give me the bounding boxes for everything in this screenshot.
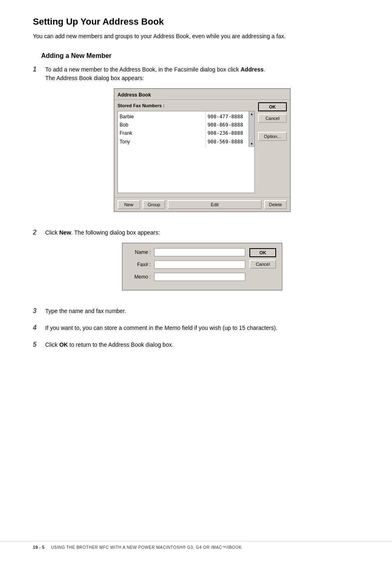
addr-name-tony: Tony [120, 138, 130, 146]
address-book-dialog: Address Book Stored Fax Numbers : Barbie [114, 88, 291, 212]
new-cancel-button[interactable]: Cancel [249, 260, 276, 269]
step-num-2: 2 [33, 229, 45, 236]
dialog-subtitle: Stored Fax Numbers : [118, 102, 255, 109]
step-5-text-after: to return to the Address Book dialog box… [68, 341, 173, 348]
step-3-text: Type the name and fax number. [45, 308, 126, 314]
address-book-dialog-wrapper: Address Book Stored Fax Numbers : Barbie [45, 88, 359, 212]
step-3-content: Type the name and fax number. [45, 307, 359, 316]
step-num-4: 4 [33, 324, 45, 332]
step-num-1: 1 [33, 66, 45, 73]
edit-button[interactable]: Edit [168, 200, 262, 209]
group-button[interactable]: Group [143, 200, 165, 209]
address-list[interactable]: Barbie Bob Frank [118, 111, 255, 193]
footer-page-number: 19 - 5 [33, 545, 44, 550]
new-dialog-fields: Name : Fax# : Memo : [128, 248, 245, 285]
new-button[interactable]: New [118, 200, 140, 209]
fax-row: Fax# : [128, 260, 245, 269]
step-5-text-before: Click [45, 341, 59, 348]
table-row: Barbie [120, 113, 204, 121]
new-member-dialog-wrapper: Name : Fax# : Memo : OK [45, 243, 359, 290]
addr-num-barbie: 908-477-8888 [208, 113, 243, 121]
step-4: 4 If you want to, you can store a commen… [33, 324, 359, 332]
addr-name-frank: Frank [120, 129, 132, 137]
step-2-text-after: . The following dialog box appears: [71, 229, 160, 236]
step-1-content: To add a new member to the Address Book,… [45, 65, 359, 220]
table-row: Frank [120, 129, 204, 137]
name-label: Name : [128, 249, 151, 256]
step-1-sub: The Address Book dialog box appears: [45, 75, 144, 81]
cancel-button[interactable]: Cancel [258, 114, 287, 123]
memo-input[interactable] [154, 273, 245, 281]
addr-num-tony: 908-569-8888 [208, 138, 243, 146]
scroll-up-arrow[interactable]: ▲ [250, 112, 254, 117]
dialog-body: Stored Fax Numbers : Barbie B [114, 100, 290, 196]
step-1-text-after: . [264, 66, 265, 73]
scrollbar[interactable]: ▲ ▼ [249, 111, 254, 147]
addr-name-bob: Bob [120, 121, 128, 129]
step-5-bold: OK [59, 341, 68, 348]
scroll-down-arrow[interactable]: ▼ [250, 142, 254, 147]
dialog-main: Stored Fax Numbers : Barbie B [118, 102, 255, 193]
step-2: 2 Click New. The following dialog box ap… [33, 228, 359, 299]
step-num-5: 5 [33, 341, 45, 348]
addr-num-frank: 908-236-8888 [208, 129, 243, 137]
new-dialog-inner: Name : Fax# : Memo : OK [128, 248, 276, 285]
table-row: 908-869-8888 [208, 121, 247, 129]
step-1-text-before: To add a new member to the Address Book,… [45, 66, 240, 73]
new-dialog-buttons: OK Cancel [249, 248, 276, 285]
memo-label: Memo : [128, 273, 151, 281]
step-num-3: 3 [33, 307, 45, 315]
step-4-text: If you want to, you can store a comment … [45, 325, 277, 331]
step-2-content: Click New. The following dialog box appe… [45, 228, 359, 299]
address-names-column: Barbie Bob Frank [118, 111, 205, 147]
step-2-bold: New [59, 229, 71, 236]
addr-num-bob: 908-869-8888 [208, 121, 243, 129]
ok-button[interactable]: OK [258, 102, 287, 111]
page-title: Setting Up Your Address Book [33, 16, 359, 27]
delete-button[interactable]: Delete [264, 200, 287, 209]
step-5: 5 Click OK to return to the Address Book… [33, 341, 359, 349]
memo-row: Memo : [128, 273, 245, 281]
new-ok-button[interactable]: OK [249, 248, 276, 257]
dialog-footer: New Group Edit Delete [114, 197, 290, 212]
dialog-buttons: OK Cancel Option... [258, 102, 287, 193]
dialog-title-bar: Address Book [114, 89, 290, 100]
intro-text: You can add new members and groups to yo… [33, 32, 359, 41]
dialog-title: Address Book [118, 92, 151, 98]
page-footer: 19 - 5 USING THE BROTHER MFC WITH A NEW … [0, 541, 392, 550]
step-3: 3 Type the name and fax number. [33, 307, 359, 316]
addr-name-barbie: Barbie [120, 113, 134, 121]
name-input[interactable] [154, 248, 245, 256]
fax-label: Fax# : [128, 261, 151, 268]
address-list-inner: Barbie Bob Frank [118, 111, 254, 147]
step-4-content: If you want to, you can store a comment … [45, 324, 359, 332]
address-numbers: 908-477-8888 908-869-8888 908-236-8888 [205, 111, 249, 147]
step-5-content: Click OK to return to the Address Book d… [45, 341, 359, 349]
table-row: 908-569-8888 [208, 138, 247, 146]
address-numbers-column: 908-477-8888 908-869-8888 908-236-8888 [205, 111, 254, 147]
step-2-text-before: Click [45, 229, 59, 236]
step-1: 1 To add a new member to the Address Boo… [33, 65, 359, 220]
address-list-container: Barbie Bob Frank [118, 111, 255, 193]
section-title: Adding a New Member [41, 52, 359, 60]
table-row: Tony [120, 138, 204, 146]
step-1-bold: Address [240, 66, 263, 73]
table-row: Bob [120, 121, 204, 129]
footer-description: USING THE BROTHER MFC WITH A NEW POWER M… [51, 545, 242, 550]
new-member-dialog: Name : Fax# : Memo : OK [122, 243, 282, 290]
fax-input[interactable] [154, 260, 245, 269]
table-row: 908-477-8888 [208, 113, 247, 121]
name-row: Name : [128, 248, 245, 256]
option-button[interactable]: Option... [258, 132, 287, 141]
table-row: 908-236-8888 [208, 129, 247, 137]
